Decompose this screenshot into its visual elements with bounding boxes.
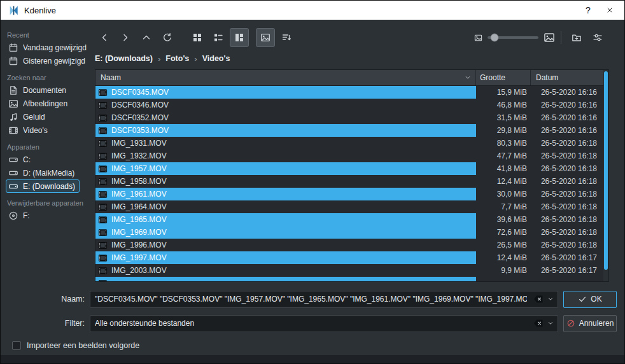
ok-button[interactable]: OK <box>563 291 617 308</box>
file-open-dialog: Kdenlive ? Recent Vandaag gewijzigd Gist… <box>0 0 625 364</box>
place-label: Geluid <box>23 113 45 122</box>
column-header-naam[interactable]: Naam <box>95 70 476 85</box>
file-size: 26,5 MiB <box>476 241 531 249</box>
file-size: 39,6 MiB <box>476 215 531 224</box>
place-drive-f[interactable]: F: <box>6 209 34 222</box>
place-geluid[interactable]: Geluid <box>6 110 50 123</box>
close-button[interactable] <box>599 1 621 19</box>
file-size: 9,9 MiB <box>476 266 531 275</box>
clear-text-icon[interactable] <box>533 294 544 304</box>
filter-row: Filter: Annuleren <box>1 314 617 332</box>
clear-text-icon[interactable] <box>533 318 544 328</box>
breadcrumb-segment-drive[interactable]: E: (Downloads) <box>95 54 153 63</box>
chevron-down-icon[interactable] <box>547 295 554 303</box>
video-file-icon <box>98 190 108 199</box>
section-label-zoeken-naar: Zoeken naar <box>7 74 92 81</box>
file-row[interactable]: IMG_1957.MOV 41,8 MiB 26-5-2020 16:18 <box>95 162 603 175</box>
place-label: Vandaag gewijzigd <box>23 43 87 52</box>
place-drive-d-maikmedia[interactable]: D: (MaikMedia) <box>6 166 79 179</box>
file-size: 72,6 MiB <box>476 228 531 237</box>
detail-tree-view-button[interactable] <box>230 28 249 47</box>
breadcrumb-separator: › <box>158 54 160 64</box>
zoom-slider-handle[interactable] <box>491 34 499 42</box>
place-vandaag-gewijzigd[interactable]: Vandaag gewijzigd <box>6 41 91 54</box>
file-row[interactable]: IMG_1996.MOV 26,5 MiB 26-5-2020 16:18 <box>95 239 603 251</box>
checkbox-box[interactable] <box>12 341 21 350</box>
file-row[interactable]: DSCF0346.MOV 46,8 MiB 26-5-2020 16:16 <box>95 99 603 111</box>
column-header-datum[interactable]: Datum <box>531 70 603 85</box>
file-row[interactable]: IMG_1931.MOV 80,3 MiB 26-5-2020 16:18 <box>95 137 603 150</box>
help-button[interactable]: ? <box>577 1 599 19</box>
place-videos[interactable]: Video's <box>6 123 52 137</box>
place-afbeeldingen[interactable]: Afbeeldingen <box>6 97 72 110</box>
file-list-header: Naam Grootte Datum <box>95 70 603 86</box>
document-icon <box>8 85 18 95</box>
breadcrumb-segment-videos[interactable]: Video's <box>202 54 230 63</box>
file-date: 26-5-2020 16:17 <box>531 266 603 275</box>
column-header-grootte[interactable]: Grootte <box>476 70 531 85</box>
file-size: 31,5 MiB <box>476 113 531 122</box>
file-name: DSCF0353.MOV <box>95 124 476 137</box>
video-file-icon <box>98 113 108 123</box>
file-row[interactable]: DSCF0353.MOV 29,8 MiB 26-5-2020 16:16 <box>95 124 603 137</box>
compact-view-button[interactable] <box>209 28 228 47</box>
file-row[interactable]: IMG_1997.MOV 12,4 MiB 26-5-2020 16:17 <box>95 251 603 264</box>
arrow-up-icon <box>141 32 151 43</box>
titlebar[interactable]: Kdenlive ? <box>1 1 624 20</box>
name-input[interactable] <box>90 291 531 307</box>
image-icon <box>8 99 18 109</box>
arrow-right-icon <box>120 32 130 43</box>
file-name <box>95 277 476 282</box>
scrollbar-thumb[interactable] <box>604 71 608 270</box>
file-row[interactable]: DSCF0345.MOV 15,9 MiB 26-5-2020 16:16 <box>95 86 603 99</box>
icons-view-button[interactable] <box>188 28 207 47</box>
zoom-slider[interactable] <box>488 28 538 47</box>
new-folder-button[interactable] <box>567 28 586 47</box>
place-gisteren-gewijzigd[interactable]: Gisteren gewijzigd <box>6 54 90 67</box>
options-button[interactable] <box>588 28 607 47</box>
file-row[interactable]: IMG_1961.MOV 30,0 MiB 26-5-2020 16:18 <box>95 188 603 200</box>
forward-button[interactable] <box>116 28 135 47</box>
place-label: Documenten <box>23 86 66 95</box>
import-image-sequence-checkbox[interactable]: Importeer een beelden volgorde <box>12 341 139 350</box>
file-name: DSCF0352.MOV <box>95 111 476 124</box>
tree-view-icon <box>234 32 244 43</box>
name-combobox <box>90 291 558 308</box>
breadcrumb-segment-fotos[interactable]: Foto's <box>165 54 189 63</box>
zoom-out-icon <box>474 34 482 42</box>
file-row[interactable]: IMG_1964.MOV 7,7 MiB 26-5-2020 16:18 <box>95 200 603 213</box>
column-header-label: Naam <box>101 73 121 82</box>
section-label-apparaten: Apparaten <box>7 143 92 151</box>
file-name: IMG_1996.MOV <box>95 239 476 251</box>
file-row[interactable]: DSCF0352.MOV 31,5 MiB 26-5-2020 16:16 <box>95 111 603 124</box>
file-size: 47,7 MiB <box>476 151 531 160</box>
up-button[interactable] <box>137 28 156 47</box>
file-row-partial[interactable] <box>95 277 603 282</box>
video-file-icon <box>98 241 108 250</box>
file-row[interactable]: IMG_1969.MOV 72,6 MiB 26-5-2020 16:18 <box>95 226 603 239</box>
filter-label: Filter: <box>1 319 90 328</box>
sort-button[interactable] <box>277 28 296 47</box>
file-date: 26-5-2020 16:18 <box>531 139 603 148</box>
file-size: 12,4 MiB <box>476 253 531 262</box>
preview-toggle-button[interactable] <box>256 28 275 47</box>
back-button[interactable] <box>95 28 114 47</box>
cancel-button[interactable]: Annuleren <box>563 315 617 332</box>
place-drive-e-downloads[interactable]: E: (Downloads) <box>6 179 80 193</box>
vertical-scrollbar[interactable] <box>603 70 608 281</box>
place-drive-c[interactable]: C: <box>6 153 35 166</box>
file-name: DSCF0345.MOV <box>95 86 476 99</box>
file-date: 26-5-2020 16:18 <box>531 228 603 237</box>
video-file-icon <box>98 202 108 212</box>
reload-button[interactable] <box>158 28 177 47</box>
file-row[interactable]: IMG_1932.MOV 47,7 MiB 26-5-2020 16:18 <box>95 150 603 162</box>
file-row[interactable]: IMG_1965.MOV 39,6 MiB 26-5-2020 16:18 <box>95 213 603 226</box>
place-label: D: (MaikMedia) <box>23 169 74 178</box>
file-row[interactable]: IMG_1958.MOV 12,4 MiB 26-5-2020 16:18 <box>95 175 603 188</box>
filter-input[interactable] <box>90 316 531 332</box>
place-documenten[interactable]: Documenten <box>6 83 71 97</box>
chevron-down-icon[interactable] <box>547 319 554 327</box>
name-label: Naam: <box>1 295 90 304</box>
file-name: IMG_1964.MOV <box>95 200 476 213</box>
file-row[interactable]: IMG_2003.MOV 9,9 MiB 26-5-2020 16:17 <box>95 264 603 277</box>
